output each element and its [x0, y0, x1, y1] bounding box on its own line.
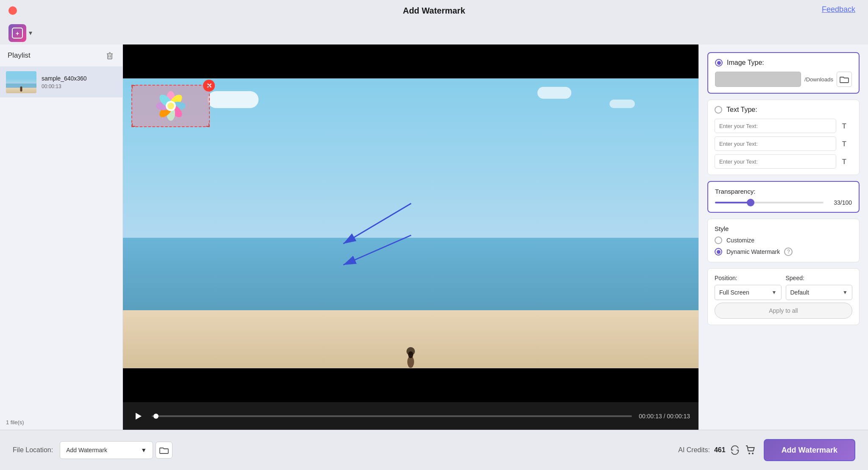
speed-dropdown-arrow: ▼	[843, 289, 848, 295]
open-folder-button[interactable]	[156, 442, 172, 459]
transparency-thumb[interactable]	[747, 199, 754, 206]
apply-to-all-label: Apply to all	[769, 307, 798, 314]
file-path-display[interactable]	[715, 72, 801, 87]
position-selected: Full Screen	[719, 289, 749, 296]
image-type-label: Image Type:	[727, 59, 764, 67]
text-input-3[interactable]	[715, 154, 836, 169]
folder-select-value: Add Watermark	[66, 447, 107, 453]
video-area: ✕	[123, 44, 698, 430]
transparency-track[interactable]	[715, 202, 823, 203]
speed-select-display[interactable]: Default ▼	[786, 285, 853, 300]
playlist-header: Playlist	[0, 44, 122, 67]
svg-text:+: +	[16, 30, 19, 37]
watermark-overlay[interactable]: ✕	[131, 85, 210, 127]
ai-credits-label: AI Credits:	[678, 446, 710, 454]
position-dropdown-arrow: ▼	[772, 289, 777, 295]
svg-point-28	[752, 453, 754, 454]
progress-bar[interactable]	[152, 415, 632, 417]
cart-button[interactable]	[744, 444, 757, 456]
video-background: ✕	[123, 44, 698, 402]
app-title: Add Watermark	[403, 6, 465, 16]
add-watermark-button[interactable]: Add Watermark	[764, 439, 855, 461]
logo-icon[interactable]: +	[8, 24, 26, 42]
text-input-2[interactable]	[715, 136, 836, 151]
time-separator: /	[664, 413, 665, 420]
file-path-row: /Downloads	[715, 72, 852, 87]
svg-point-9	[408, 351, 413, 358]
refresh-credits-button[interactable]	[730, 445, 740, 455]
text-type-label: Text Type:	[726, 106, 757, 114]
text-type-section: Text Type: T T T	[707, 100, 860, 175]
video-duration: 00:00:13	[42, 83, 117, 89]
text-format-button-3[interactable]: T	[840, 155, 852, 168]
text-format-button-1[interactable]: T	[840, 120, 852, 132]
file-path-suffix: /Downloads	[804, 76, 833, 83]
video-filename: sample_640x360	[42, 75, 117, 82]
svg-text:T: T	[842, 122, 846, 130]
transparency-slider-row: 33/100	[715, 199, 852, 206]
image-type-header: Image Type:	[715, 59, 852, 67]
pos-speed-labels: Position: Speed:	[715, 275, 852, 281]
image-type-section: Image Type: /Downloads	[707, 52, 860, 94]
position-select-display[interactable]: Full Screen ▼	[715, 285, 782, 300]
sidebar: Playlist	[0, 44, 123, 430]
svg-marker-23	[136, 413, 142, 420]
ai-credits: AI Credits: 461	[678, 444, 757, 456]
style-label: Style	[715, 225, 852, 232]
play-button[interactable]	[131, 409, 145, 423]
playlist-item-info: sample_640x360 00:00:13	[42, 75, 117, 89]
feedback-link[interactable]: Feedback	[822, 5, 855, 14]
svg-point-27	[748, 453, 750, 454]
position-label: Position:	[715, 275, 782, 281]
time-display: 00:00:13 / 00:00:13	[639, 413, 690, 420]
position-speed-section: Position: Speed: Full Screen ▼ Default ▼	[707, 268, 860, 325]
total-time: 00:00:13	[667, 413, 690, 420]
dynamic-watermark-label: Dynamic Watermark	[726, 248, 780, 255]
speed-label: Speed:	[786, 275, 853, 281]
top-bar: Add Watermark Feedback	[0, 0, 868, 21]
logo-dropdown-arrow[interactable]: ▾	[29, 29, 32, 37]
progress-thumb[interactable]	[153, 414, 159, 419]
text-input-row-1: T	[715, 119, 852, 133]
bottom-bar: File Location: Add Watermark ▼ AI Credit…	[0, 430, 868, 470]
text-input-row-3: T	[715, 154, 852, 169]
folder-select-arrow: ▼	[141, 447, 147, 453]
svg-text:T: T	[842, 158, 846, 165]
file-location-dropdown: Add Watermark ▼	[60, 441, 172, 459]
pos-speed-controls: Full Screen ▼ Default ▼	[715, 285, 852, 300]
video-container: ✕	[123, 44, 698, 402]
help-icon[interactable]: ?	[784, 248, 793, 256]
customize-radio-row: Customize	[715, 236, 852, 244]
speed-dropdown[interactable]: Default ▼	[786, 285, 853, 300]
thumbnail	[6, 71, 36, 93]
text-format-button-2[interactable]: T	[840, 137, 852, 150]
transparency-section: Transparency: 33/100	[707, 181, 860, 213]
right-panel: Image Type: /Downloads Text Type:	[698, 44, 868, 430]
transparency-value: 33/100	[829, 199, 852, 206]
list-item[interactable]: sample_640x360 00:00:13	[0, 67, 122, 97]
text-input-1[interactable]	[715, 119, 836, 133]
playlist-title: Playlist	[8, 51, 31, 60]
style-section: Style Customize Dynamic Watermark ?	[707, 219, 860, 262]
customize-radio[interactable]	[715, 236, 722, 244]
text-input-row-2: T	[715, 136, 852, 151]
transparency-label: Transparency:	[715, 188, 852, 195]
svg-text:T: T	[842, 140, 846, 147]
speed-selected: Default	[790, 289, 809, 296]
apply-to-all-button[interactable]: Apply to all	[715, 303, 852, 319]
image-type-radio[interactable]	[715, 59, 723, 67]
delete-playlist-button[interactable]	[105, 50, 115, 61]
file-location-label: File Location:	[13, 446, 53, 454]
browse-file-button[interactable]	[837, 72, 852, 87]
credits-number: 461	[714, 446, 726, 454]
close-button[interactable]	[8, 6, 17, 15]
current-time: 00:00:13	[639, 413, 662, 420]
file-location-select[interactable]: Add Watermark ▼	[60, 441, 153, 459]
text-type-header: Text Type:	[715, 106, 852, 114]
logo-area: + ▾	[8, 21, 32, 44]
dynamic-watermark-radio-row: Dynamic Watermark ?	[715, 248, 852, 256]
svg-point-19	[167, 103, 174, 109]
dynamic-watermark-radio[interactable]	[715, 248, 722, 256]
position-dropdown[interactable]: Full Screen ▼	[715, 285, 782, 300]
text-type-radio[interactable]	[715, 106, 722, 114]
